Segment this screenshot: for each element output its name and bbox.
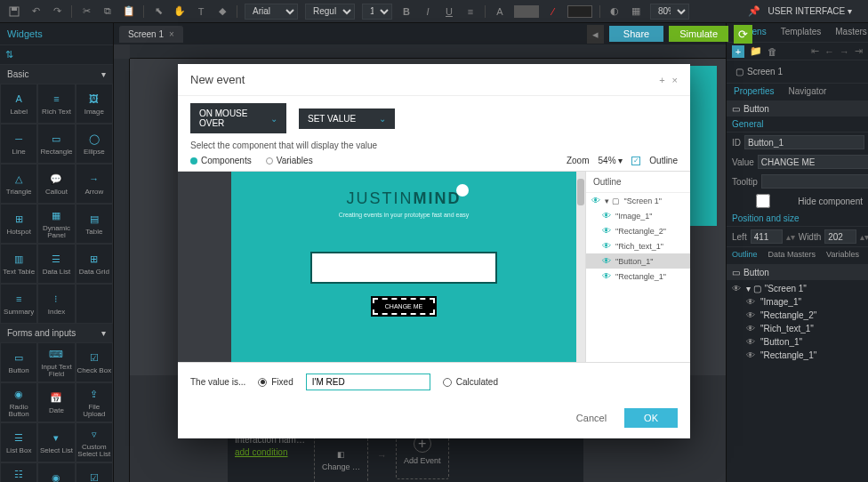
chevron-down-icon: ⌄ (270, 114, 277, 124)
zoom-value[interactable]: 54% ▾ (599, 156, 623, 165)
subtab-variables[interactable]: Variables (266, 156, 313, 165)
fixed-value-input[interactable] (306, 374, 430, 390)
preview-canvas[interactable]: JUSTINMIND Creating events in your proto… (178, 172, 576, 362)
action-dropdown[interactable]: SET VALUE⌄ (299, 108, 395, 129)
eye-icon[interactable]: 👁 (602, 256, 611, 266)
trigger-dropdown[interactable]: ON MOUSE OVER⌄ (190, 103, 286, 133)
eye-icon[interactable]: 👁 (602, 271, 611, 281)
new-event-modal: New event + × ON MOUSE OVER⌄ SET VALUE⌄ … (178, 64, 690, 438)
add-icon[interactable]: + (659, 75, 664, 85)
outline-item[interactable]: 👁"Rectangle_1" (586, 269, 690, 284)
radio-fixed[interactable]: Fixed (258, 377, 293, 387)
eye-icon[interactable]: 👁 (591, 196, 600, 205)
close-icon[interactable]: × (672, 75, 678, 85)
preview-outline-panel: Outline 👁▾ ▢"Screen 1" 👁"Image_1" 👁"Rect… (585, 172, 690, 362)
logo: JUSTINMIND (347, 189, 462, 208)
modal-title: New event (190, 73, 245, 86)
outline-item[interactable]: 👁"Image_1" (586, 208, 690, 223)
modal-instruction: Select the component that will display t… (178, 141, 690, 156)
eye-icon[interactable]: 👁 (602, 241, 611, 251)
cancel-button[interactable]: Cancel (566, 408, 617, 428)
radio-calculated[interactable]: Calculated (443, 377, 498, 387)
preview-scrollbar[interactable] (576, 172, 585, 362)
preview-input[interactable] (310, 252, 497, 284)
outline-item[interactable]: 👁▾ ▢"Screen 1" (586, 193, 690, 208)
outline-item[interactable]: 👁"Rectangle_2" (586, 223, 690, 238)
preview-button[interactable]: CHANGE ME (373, 298, 435, 315)
outline-item[interactable]: 👁"Rich_text_1" (586, 238, 690, 253)
logo-dot-icon (456, 184, 469, 197)
outline-item-selected[interactable]: 👁"Button_1" (586, 253, 690, 269)
tagline: Creating events in your prototype fast a… (339, 212, 470, 218)
modal-overlay: New event + × ON MOUSE OVER⌄ SET VALUE⌄ … (0, 0, 868, 482)
ok-button[interactable]: OK (624, 408, 678, 428)
eye-icon[interactable]: 👁 (602, 226, 611, 236)
chevron-down-icon: ⌄ (379, 114, 386, 124)
subtab-components[interactable]: Components (190, 156, 252, 165)
outline-checkbox[interactable]: ✓ (631, 157, 640, 165)
eye-icon[interactable]: 👁 (602, 211, 611, 221)
